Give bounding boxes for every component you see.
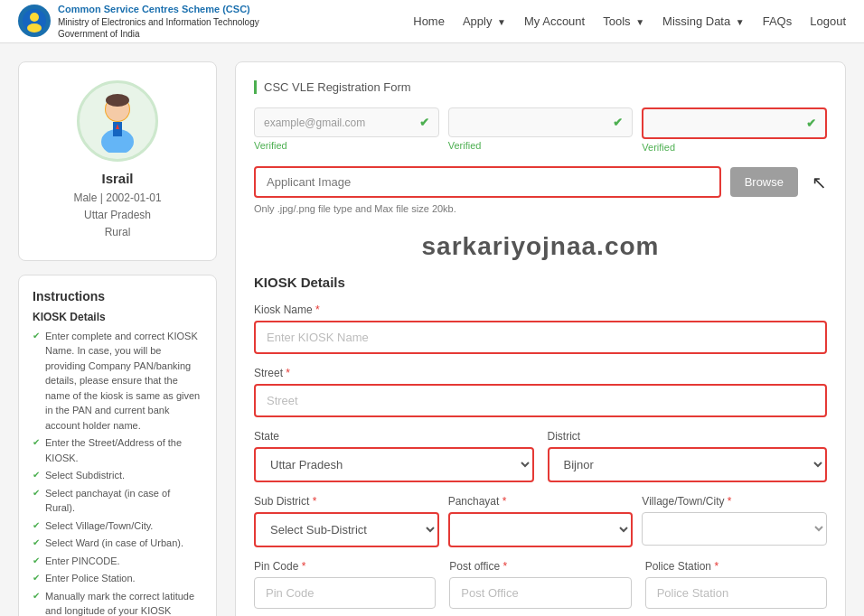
missing-data-dropdown-icon: ▼ — [736, 17, 745, 27]
panchayat-select[interactable] — [448, 512, 634, 547]
pin-post-police-row: Pin Code * Post office * Police Station … — [254, 560, 827, 609]
logo-emblem — [18, 5, 51, 37]
police-station-group: Police Station * — [645, 560, 827, 609]
kiosk-name-label: Kiosk Name * — [254, 303, 827, 316]
browse-button[interactable]: Browse — [730, 167, 798, 197]
svg-point-8 — [106, 94, 129, 107]
nav-links: Home Apply ▼ My Account Tools ▼ Missing … — [413, 14, 846, 28]
sub-district-select[interactable]: Select Sub-District — [254, 512, 439, 547]
watermark-text: sarkariyojnaa.com — [254, 232, 827, 261]
id-verified-field: ✔ — [642, 107, 827, 139]
sub-district-label: Sub District * — [254, 495, 439, 508]
phone-verified-group: ✔ Verified — [448, 107, 634, 153]
nav-faqs[interactable]: FAQs — [763, 14, 793, 28]
post-office-input[interactable] — [449, 577, 631, 609]
nav-home[interactable]: Home — [413, 14, 445, 28]
instructions-list: Enter complete and correct KIOSK Name. I… — [33, 329, 202, 616]
email-verified-group: ✔ Verified — [254, 107, 439, 153]
email-input[interactable] — [264, 117, 419, 129]
village-label: Village/Town/City * — [642, 495, 827, 508]
district-group: District Bijnor — [548, 430, 828, 482]
street-input[interactable] — [254, 384, 827, 417]
instructions-card: Instructions KIOSK Details Enter complet… — [18, 275, 217, 616]
state-district-row: State Uttar Pradesh District Bijnor — [254, 430, 827, 482]
panchayat-label: Panchayat * — [448, 495, 634, 508]
state-label: State — [254, 430, 534, 443]
id-verified-label: Verified — [642, 142, 827, 153]
svg-point-2 — [27, 23, 42, 33]
main-container: Israil Male | 2002-01-01 Uttar Pradesh R… — [0, 43, 864, 616]
email-check-icon: ✔ — [419, 116, 429, 129]
navbar: Common Service Centres Scheme (CSC) Mini… — [0, 0, 864, 43]
phone-verified-field: ✔ — [448, 107, 634, 137]
instruction-item: Manually mark the correct latitude and l… — [33, 589, 202, 616]
panchayat-group: Panchayat * — [448, 495, 634, 547]
post-office-label: Post office * — [449, 560, 631, 573]
applicant-image-input[interactable] — [254, 166, 721, 198]
kiosk-name-input[interactable] — [254, 321, 827, 354]
id-check-icon: ✔ — [806, 117, 816, 130]
nav-missing-data[interactable]: Missing Data ▼ — [662, 14, 745, 28]
pin-code-label: Pin Code * — [254, 560, 436, 573]
phone-check-icon: ✔ — [613, 116, 623, 129]
phone-input[interactable] — [458, 117, 614, 129]
cursor-icon: ↖ — [812, 172, 827, 193]
kiosk-name-group: Kiosk Name * — [254, 303, 827, 354]
nav-apply[interactable]: Apply ▼ — [463, 14, 506, 28]
profile-info: Male | 2002-01-01 Uttar Pradesh Rural — [33, 190, 202, 242]
sidebar: Israil Male | 2002-01-01 Uttar Pradesh R… — [18, 61, 217, 616]
pin-code-group: Pin Code * — [254, 560, 436, 609]
svg-point-1 — [30, 13, 39, 22]
district-label: District — [548, 430, 828, 443]
village-group: Village/Town/City * — [642, 495, 827, 547]
instruction-item: Enter Police Station. — [33, 571, 202, 586]
pin-code-input[interactable] — [254, 577, 436, 609]
instructions-title: Instructions — [33, 289, 202, 303]
post-office-group: Post office * — [449, 560, 631, 609]
file-hint: Only .jpg/.png file type and Max file si… — [254, 203, 827, 214]
district-select[interactable]: Bijnor — [548, 447, 828, 482]
instruction-item: Enter complete and correct KIOSK Name. I… — [33, 329, 202, 434]
apply-dropdown-icon: ▼ — [497, 17, 506, 27]
sub-district-group: Sub District * Select Sub-District — [254, 495, 439, 547]
logo-text: Common Service Centres Scheme (CSC) Mini… — [58, 3, 259, 39]
form-title: CSC VLE Registration Form — [254, 80, 827, 94]
sub-district-panchayat-village-row: Sub District * Select Sub-District Panch… — [254, 495, 827, 547]
nav-my-account[interactable]: My Account — [524, 14, 585, 28]
kiosk-section-title: KIOSK Details — [254, 275, 827, 290]
verified-fields-row: ✔ Verified ✔ Verified ✔ Verified — [254, 107, 827, 153]
instruction-item: Select Ward (in case of Urban). — [33, 536, 202, 551]
instruction-item: Enter the Street/Address of the KIOSK. — [33, 435, 202, 465]
nav-tools[interactable]: Tools ▼ — [603, 14, 644, 28]
nav-logo: Common Service Centres Scheme (CSC) Mini… — [18, 3, 259, 39]
profile-card: Israil Male | 2002-01-01 Uttar Pradesh R… — [18, 61, 217, 261]
form-area: CSC VLE Registration Form ✔ Verified ✔ V… — [235, 61, 846, 616]
email-verified-field: ✔ — [254, 107, 439, 137]
street-label: Street * — [254, 367, 827, 379]
state-select[interactable]: Uttar Pradesh — [254, 447, 534, 482]
state-group: State Uttar Pradesh — [254, 430, 534, 482]
avatar — [77, 80, 158, 162]
police-station-label: Police Station * — [645, 560, 827, 573]
applicant-image-row: Browse ↖ — [254, 166, 827, 198]
kiosk-instructions-subtitle: KIOSK Details — [33, 311, 202, 323]
phone-verified-label: Verified — [448, 140, 634, 151]
profile-name: Israil — [33, 171, 202, 186]
id-input[interactable] — [653, 117, 806, 130]
instruction-item: Select Subdistrict. — [33, 468, 202, 483]
police-station-input[interactable] — [645, 577, 827, 609]
instruction-item: Select panchayat (in case of Rural). — [33, 486, 202, 516]
nav-logout[interactable]: Logout — [810, 14, 846, 28]
instruction-item: Enter PINCODE. — [33, 554, 202, 569]
tools-dropdown-icon: ▼ — [635, 17, 644, 27]
instruction-item: Select Village/Town/City. — [33, 518, 202, 534]
street-group: Street * — [254, 367, 827, 417]
email-verified-label: Verified — [254, 140, 439, 151]
village-select[interactable] — [642, 512, 827, 546]
id-verified-group: ✔ Verified — [642, 107, 827, 153]
